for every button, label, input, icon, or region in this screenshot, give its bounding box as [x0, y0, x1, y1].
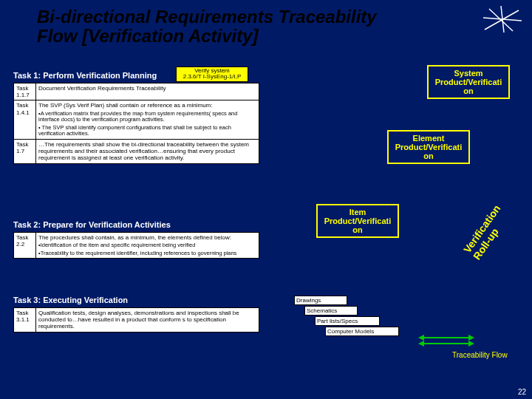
stack-parts: Part lists/Specs: [315, 316, 380, 326]
item-box: Item Product/Verificati on: [316, 204, 399, 238]
task2-heading: Task 2: Prepare for Verification Activit…: [13, 220, 171, 229]
page-number: 22: [518, 388, 526, 396]
cell-id: Task 1.1.7: [14, 83, 36, 100]
artifact-stack: Drawings Schematics Part lists/Specs Com…: [294, 296, 405, 347]
cell-txt: Document Verification Requirements Trace…: [36, 83, 259, 100]
verify-system-tag: Verify system2.3.6/T I-SysEng-1/I,P: [176, 66, 248, 82]
task3-table: Task 3.1.1 Qualification tests, design a…: [13, 307, 259, 332]
svg-marker-5: [418, 335, 424, 341]
stack-models: Computer Models: [325, 327, 399, 336]
cell-id: Task 1.4.1: [14, 100, 36, 140]
task1-heading: Task 1: Perform Verification Planning: [13, 71, 157, 80]
system-box: System Product/Verificati on: [427, 65, 510, 99]
task1-table: Task 1.1.7 Document Verification Require…: [13, 83, 259, 164]
cell-txt: …The requirements shall show the bi-dire…: [36, 140, 259, 164]
cell-txt: The SVP (Sys Verif Plan) shall contain o…: [36, 100, 259, 140]
traceability-flow-label: Traceability Flow: [452, 351, 508, 359]
cell-id: Task 1.7: [14, 140, 36, 164]
cell-id: Task 2.2: [14, 233, 36, 259]
task2-table: Task 2.2 The procedures shall contain, a…: [13, 232, 259, 259]
task3-heading: Task 3: Executing Verification: [13, 296, 128, 304]
stack-schematics: Schematics: [304, 306, 358, 316]
element-box: Element Product/Verificati on: [387, 130, 470, 164]
cell-txt: Qualification tests, design analyses, de…: [36, 308, 259, 332]
stack-drawings: Drawings: [294, 296, 347, 305]
svg-marker-6: [468, 335, 474, 341]
cell-txt: The procedures shall contain, as a minim…: [36, 233, 259, 259]
svg-marker-9: [468, 341, 474, 347]
svg-marker-8: [418, 341, 424, 347]
star-logo: [482, 4, 523, 34]
traceability-arrow: [417, 332, 476, 349]
rollup-label: Verification Roll-up: [461, 190, 521, 262]
title-line1: Bi-directional Requirements Traceability: [37, 7, 377, 27]
title-line2: Flow [Verification Activity]: [37, 26, 259, 46]
cell-id: Task 3.1.1: [14, 308, 36, 332]
